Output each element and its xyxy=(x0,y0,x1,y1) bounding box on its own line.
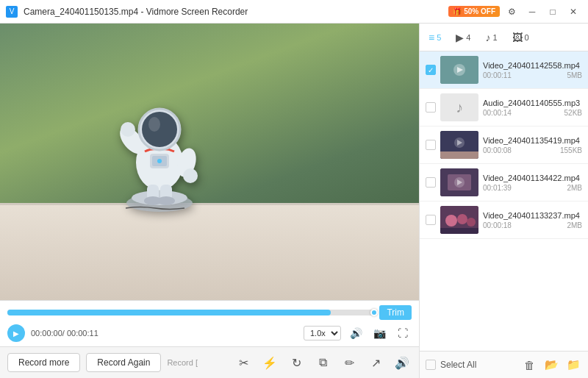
all-count: 5 xyxy=(437,33,441,42)
select-all-label: Select All xyxy=(440,360,476,370)
item-size: 2MB xyxy=(567,184,582,192)
export-icon[interactable]: 📁 xyxy=(564,356,582,374)
audio-icon[interactable]: 🔊 xyxy=(392,353,412,372)
progress-fill xyxy=(7,310,331,315)
item-thumbnail xyxy=(440,206,478,234)
item-info: Video_240401135419.mp4 00:00:08 155KB xyxy=(483,136,582,154)
item-name: Audio_240401140555.mp3 xyxy=(483,99,582,107)
controls-bar: Trim ▶ 00:00:00/ 00:00:11 1.0x 0.5x 1.5x… xyxy=(0,300,419,346)
item-info: Video_240401134422.mp4 00:01:39 2MB xyxy=(483,174,582,192)
svg-point-30 xyxy=(445,215,457,227)
item-checkbox[interactable]: ✓ xyxy=(426,65,436,75)
camera-icon[interactable]: 📷 xyxy=(370,324,388,342)
svg-point-4 xyxy=(121,122,135,137)
table-edge xyxy=(0,203,419,205)
media-list[interactable]: ✓ Video_240401142558.mp4 00:00:11 5MB xyxy=(420,51,588,351)
rotate-icon[interactable]: ↻ xyxy=(287,353,306,372)
app-icon: V xyxy=(6,6,18,18)
list-item[interactable]: ♪ Audio_240401140555.mp3 00:00:14 52KB xyxy=(420,89,588,126)
astronaut-svg xyxy=(112,67,207,214)
record-shortcut-label: Record [ xyxy=(167,358,198,367)
item-meta: 00:00:08 155KB xyxy=(483,146,582,154)
settings-icon[interactable]: ⚙ xyxy=(503,3,520,21)
action-row: Record more Record Again Record [ ✂ ⚡ ↻ … xyxy=(0,346,419,378)
item-size: 2MB xyxy=(567,221,582,229)
svg-rect-33 xyxy=(440,228,478,234)
share-icon[interactable]: ↗ xyxy=(366,353,385,372)
thumb-svg xyxy=(440,168,478,196)
item-info: Audio_240401140555.mp3 00:00:14 52KB xyxy=(483,99,582,117)
select-all-checkbox[interactable] xyxy=(426,360,436,370)
folder-open-icon[interactable]: 📂 xyxy=(542,356,560,374)
progress-handle[interactable] xyxy=(370,309,378,316)
trim-button[interactable]: Trim xyxy=(379,305,412,320)
cable-svg xyxy=(126,204,184,212)
item-info: Video_240401133237.mp4 00:00:18 2MB xyxy=(483,211,582,229)
list-item[interactable]: Video_240401134422.mp4 00:01:39 2MB xyxy=(420,164,588,202)
item-checkbox[interactable] xyxy=(426,177,436,188)
item-thumbnail xyxy=(440,131,478,159)
action-icons: ✂ ⚡ ↻ ⧉ ✏ ↗ 🔊 xyxy=(234,353,412,372)
left-panel: Trim ▶ 00:00:00/ 00:00:11 1.0x 0.5x 1.5x… xyxy=(0,24,419,378)
adjust-icon[interactable]: ⚡ xyxy=(260,353,279,372)
item-size: 52KB xyxy=(564,109,582,117)
item-duration: 00:00:18 xyxy=(483,221,512,229)
item-meta: 00:00:18 2MB xyxy=(483,221,582,229)
item-checkbox[interactable] xyxy=(426,215,436,225)
title-bar: V Camera_240401150135.mp4 - Vidmore Scre… xyxy=(0,0,588,24)
svg-point-9 xyxy=(157,159,162,163)
item-meta: 00:00:14 52KB xyxy=(483,109,582,117)
table-surface xyxy=(0,203,419,300)
svg-point-31 xyxy=(457,214,467,224)
item-duration: 00:00:14 xyxy=(483,109,512,117)
copy-icon[interactable]: ⧉ xyxy=(313,353,332,372)
video-tab-icon: ▶ xyxy=(456,32,464,43)
svg-point-12 xyxy=(148,117,160,132)
item-info: Video_240401142558.mp4 00:00:11 5MB xyxy=(483,61,582,79)
item-name: Video_240401134422.mp4 xyxy=(483,174,582,182)
media-tabs: ≡ 5 ▶ 4 ♪ 1 🖼 0 xyxy=(420,24,588,51)
item-name: Video_240401135419.mp4 xyxy=(483,136,582,145)
title-bar-controls: 🎁 50% OFF ⚙ ─ □ ✕ xyxy=(448,3,582,21)
delete-icon[interactable]: 🗑 xyxy=(520,356,538,374)
cut-icon[interactable]: ✂ xyxy=(234,353,253,372)
list-item[interactable]: Video_240401133237.mp4 00:00:18 2MB xyxy=(420,202,588,239)
title-bar-left: V Camera_240401150135.mp4 - Vidmore Scre… xyxy=(6,6,248,18)
svg-point-6 xyxy=(183,168,198,183)
tab-image[interactable]: 🖼 0 xyxy=(509,30,532,45)
fullscreen-icon[interactable]: ⛶ xyxy=(394,324,412,342)
volume-icon[interactable]: 🔊 xyxy=(347,324,365,342)
astronaut-figure xyxy=(112,67,207,217)
image-tab-icon: 🖼 xyxy=(512,32,523,43)
progress-row: Trim xyxy=(7,305,412,320)
record-again-button[interactable]: Record Again xyxy=(86,353,161,372)
thumb-svg xyxy=(440,131,478,159)
record-more-button[interactable]: Record more xyxy=(7,353,80,372)
audio-count: 1 xyxy=(492,33,497,42)
tab-all[interactable]: ≡ 5 xyxy=(426,30,444,45)
item-meta: 00:01:39 2MB xyxy=(483,184,582,192)
list-item[interactable]: ✓ Video_240401142558.mp4 00:00:11 5MB xyxy=(420,51,588,89)
thumb-svg xyxy=(440,56,478,84)
video-area xyxy=(0,24,419,300)
close-button[interactable]: ✕ xyxy=(564,3,582,21)
tab-audio[interactable]: ♪ 1 xyxy=(482,30,500,45)
bottom-bar: Select All 🗑 📂 📁 xyxy=(420,351,588,378)
maximize-button[interactable]: □ xyxy=(544,3,562,21)
item-thumbnail: ♪ xyxy=(440,93,478,121)
edit-icon[interactable]: ✏ xyxy=(340,353,359,372)
play-button[interactable]: ▶ xyxy=(7,324,25,342)
item-checkbox[interactable] xyxy=(426,140,436,150)
image-count: 0 xyxy=(525,33,529,42)
item-duration: 00:00:08 xyxy=(483,146,512,154)
item-duration: 00:00:11 xyxy=(483,71,512,79)
speed-select[interactable]: 1.0x 0.5x 1.5x 2.0x xyxy=(304,326,341,340)
list-item[interactable]: Video_240401135419.mp4 00:00:08 155KB xyxy=(420,126,588,164)
item-size: 155KB xyxy=(560,146,582,154)
item-checkbox[interactable] xyxy=(426,102,436,113)
item-size: 5MB xyxy=(567,71,582,79)
minimize-button[interactable]: ─ xyxy=(523,3,541,21)
progress-track[interactable] xyxy=(7,310,375,315)
gift-badge[interactable]: 🎁 50% OFF xyxy=(448,6,500,17)
tab-video[interactable]: ▶ 4 xyxy=(453,30,473,45)
